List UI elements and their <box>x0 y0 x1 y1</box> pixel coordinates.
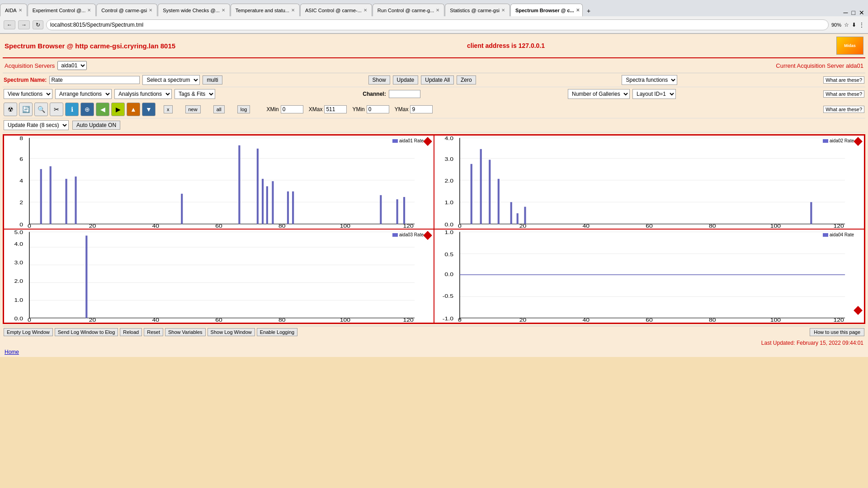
current-acq-server: Current Acquisition Server alda01 <box>776 62 863 69</box>
tab-close-icon[interactable]: ✕ <box>576 8 580 13</box>
new-tab-button[interactable]: + <box>583 5 594 16</box>
zoom-in-icon-btn[interactable]: 🔍 <box>34 103 48 116</box>
spectra-functions-dropdown[interactable]: Spectra functions <box>622 75 677 85</box>
layout-id-dropdown[interactable]: Layout ID=1 <box>632 89 676 99</box>
bookmark-icon[interactable]: ☆ <box>844 22 849 28</box>
tab-close-icon[interactable]: ✕ <box>222 8 225 13</box>
ymin-label: YMin <box>352 106 364 113</box>
svg-rect-58 <box>517 213 519 224</box>
xmax-label: XMax <box>309 106 323 113</box>
legend-label-1: aida01 Rate <box>399 138 424 143</box>
forward-button[interactable]: → <box>18 20 30 29</box>
auto-update-button[interactable]: Auto Update ON <box>72 121 120 130</box>
tab-systemwide[interactable]: System wide Checks @... ✕ <box>158 4 230 16</box>
log-button[interactable]: log <box>237 105 250 113</box>
send-log-elog-button[interactable]: Send Log Window to Elog <box>55 328 118 336</box>
tab-close-icon[interactable]: ✕ <box>363 8 367 13</box>
select-spectrum-dropdown[interactable]: Select a spectrum <box>142 75 200 85</box>
show-button[interactable]: Show <box>368 75 390 84</box>
update-button[interactable]: Update <box>393 75 419 84</box>
tab-close-icon[interactable]: ✕ <box>87 8 91 13</box>
back-button[interactable]: ← <box>4 20 15 29</box>
update-rate-select[interactable]: Update Rate (8 secs) <box>4 120 69 130</box>
svg-text:3.0: 3.0 <box>14 260 23 266</box>
svg-text:-0.5: -0.5 <box>443 294 453 299</box>
close-button[interactable]: ✕ <box>859 9 864 16</box>
show-log-window-button[interactable]: Show Log Window <box>208 328 255 336</box>
svg-text:1.0: 1.0 <box>14 297 23 303</box>
how-to-use-button[interactable]: How to use this page <box>810 328 864 336</box>
refresh-icon-btn[interactable]: 🔄 <box>19 103 33 116</box>
tab-control[interactable]: Control @ carme-gsi ✕ <box>96 4 157 16</box>
svg-text:60: 60 <box>646 318 653 323</box>
right-arrow-icon-btn[interactable]: ▶ <box>111 103 125 116</box>
minimize-button[interactable]: ─ <box>844 9 848 16</box>
reload-button[interactable]: Reload <box>120 328 142 336</box>
number-galleries-dropdown[interactable]: Number of Galleries <box>568 89 630 99</box>
svg-text:0.0: 0.0 <box>14 316 23 322</box>
what-these-button-1[interactable]: What are these? <box>823 76 864 84</box>
tab-experiment[interactable]: Experiment Control @... ✕ <box>28 4 96 16</box>
xmin-input[interactable] <box>281 105 303 113</box>
spectrum-name-input[interactable] <box>49 76 140 84</box>
tab-close-icon[interactable]: ✕ <box>19 8 22 13</box>
enable-logging-button[interactable]: Enable Logging <box>257 328 297 336</box>
reset-button[interactable]: Reset <box>144 328 163 336</box>
tab-temperature[interactable]: Temperature and statu... ✕ <box>231 4 300 16</box>
show-variables-button[interactable]: Show Variables <box>165 328 206 336</box>
cursor-icon-btn[interactable]: ✂ <box>50 103 63 116</box>
midas-logo: Midas <box>836 37 863 55</box>
tags-fits-dropdown[interactable]: Tags & Fits <box>175 89 215 99</box>
analysis-functions-dropdown[interactable]: Analysis functions <box>114 89 172 99</box>
svg-rect-59 <box>524 207 526 224</box>
acquisition-server-select[interactable]: aida01 <box>57 61 87 70</box>
empty-log-window-button[interactable]: Empty Log Window <box>4 328 53 336</box>
tab-close-icon[interactable]: ✕ <box>291 8 295 13</box>
up-arrow-icon-btn[interactable]: ▲ <box>127 103 140 116</box>
x-button[interactable]: x <box>164 105 173 113</box>
tab-spectrum-browser[interactable]: Spectrum Browser @ c... ✕ <box>510 4 583 16</box>
reload-browser-button[interactable]: ↻ <box>33 20 43 29</box>
download-icon[interactable]: ⬇ <box>852 22 856 28</box>
menu-icon[interactable]: ⋮ <box>859 22 864 28</box>
target-icon-btn[interactable]: ⊕ <box>80 103 94 116</box>
tab-runcontrol[interactable]: Run Control @ carme-g... ✕ <box>373 4 445 16</box>
channel-input[interactable] <box>389 90 420 98</box>
tab-close-icon[interactable]: ✕ <box>436 8 439 13</box>
chart-aida04: aida04 Rate 1.0 0.5 0.0 -0.5 -1.0 0 20 4… <box>434 229 864 323</box>
multi-button[interactable]: multi <box>203 75 222 84</box>
what-these-button-3[interactable]: What are these? <box>823 106 864 113</box>
restore-button[interactable]: □ <box>852 9 855 16</box>
svg-text:2.0: 2.0 <box>14 279 23 284</box>
tab-aida[interactable]: AIDA ✕ <box>0 4 27 16</box>
spectrum-name-label: Spectrum Name: <box>4 77 47 83</box>
svg-rect-54 <box>480 149 482 224</box>
tab-statistics[interactable]: Statistics @ carme-gsi ✕ <box>445 4 510 16</box>
zero-button[interactable]: Zero <box>457 75 476 84</box>
what-these-button-2[interactable]: What are these? <box>823 90 864 98</box>
ymax-input[interactable] <box>410 105 433 113</box>
controls-row3: ☢ 🔄 🔍 ✂ ℹ ⊕ ◀ ▶ ▲ ▼ x new all log XMin X… <box>3 101 865 118</box>
info-icon-btn[interactable]: ℹ <box>65 103 79 116</box>
new-button[interactable]: new <box>185 105 201 113</box>
chart-svg-2: 0.0 1.0 2.0 3.0 4.0 0 20 40 60 80 100 12… <box>434 136 864 229</box>
address-bar[interactable] <box>46 19 829 30</box>
svg-text:40: 40 <box>583 224 590 229</box>
all-button[interactable]: all <box>213 105 225 113</box>
tab-close-icon[interactable]: ✕ <box>149 8 152 13</box>
arrange-functions-dropdown[interactable]: Arrange functions <box>55 89 112 99</box>
ymin-input[interactable] <box>367 105 389 113</box>
svg-text:6: 6 <box>19 156 23 162</box>
svg-text:40: 40 <box>152 318 160 323</box>
xmax-input[interactable] <box>324 105 347 113</box>
radiation-icon-btn[interactable]: ☢ <box>4 103 17 116</box>
legend-label-3: aida03 Rate <box>399 232 424 237</box>
svg-text:40: 40 <box>583 318 590 323</box>
left-arrow-icon-btn[interactable]: ◀ <box>96 103 109 116</box>
home-link[interactable]: Home <box>5 349 19 355</box>
down-arrow-icon-btn[interactable]: ▼ <box>142 103 156 116</box>
tab-asic[interactable]: ASIC Control @ carme-... ✕ <box>300 4 372 16</box>
update-all-button[interactable]: Update All <box>421 75 454 84</box>
tab-close-icon[interactable]: ✕ <box>501 8 505 13</box>
view-functions-dropdown[interactable]: View functions <box>4 89 52 99</box>
